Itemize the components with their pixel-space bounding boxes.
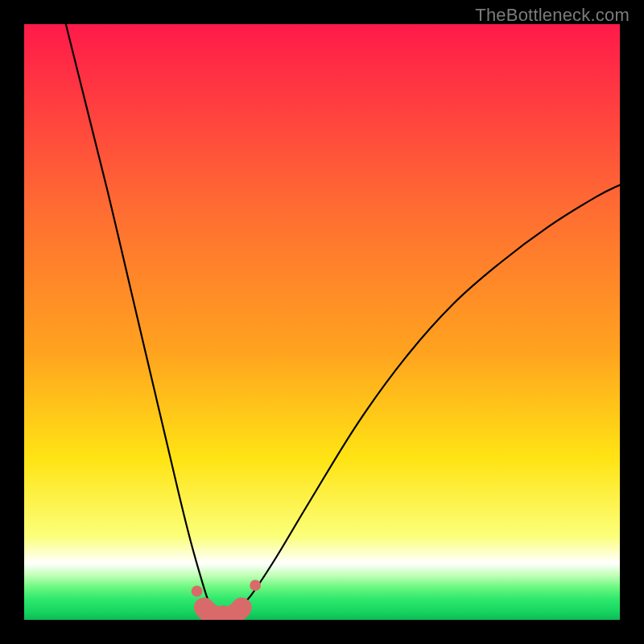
watermark-text: TheBottleneck.com [475, 5, 630, 26]
trough-segment [204, 608, 242, 617]
trough-dot-0 [192, 586, 203, 597]
plot-area [24, 24, 620, 620]
chart-svg [24, 24, 620, 620]
trough-marker [192, 580, 261, 617]
trough-dot-1 [250, 580, 261, 591]
bottleneck-curve [66, 24, 620, 614]
outer-frame: TheBottleneck.com [0, 0, 644, 644]
